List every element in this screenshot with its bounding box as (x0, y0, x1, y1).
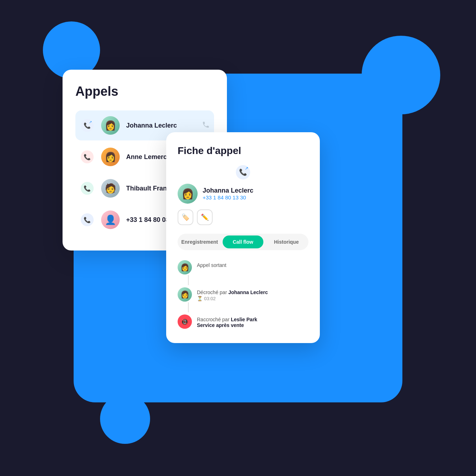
timeline-content-step2: Décroché par Johanna Leclerc ⏳ 03:02 (197, 287, 308, 301)
detail-contact-info: Johanna Leclerc +33 1 84 80 13 30 (203, 187, 253, 200)
outgoing-call-direction-icon: 📞 ↗ (236, 165, 250, 179)
detail-avatar-johanna: 👩 (178, 184, 198, 204)
tab-enregistrement[interactable]: Enregistrement (179, 235, 220, 248)
call-icon-outgoing-johanna: 📞 ↗ (80, 118, 95, 133)
timeline-label-step3-prefix: Raccroché par (197, 317, 231, 322)
detail-contact-row: 👩 Johanna Leclerc +33 1 84 80 13 30 (178, 184, 308, 204)
dot-topright (400, 79, 408, 86)
detail-direction-icon-row: 📞 ↗ (178, 165, 308, 179)
detail-contact-name: Johanna Leclerc (203, 187, 253, 194)
calls-title: Appels (75, 84, 214, 99)
avatar-thibault: 🧑 (101, 179, 120, 198)
detail-actions: 🏷️ ✏️ (178, 209, 308, 225)
tag-button[interactable]: 🏷️ (178, 209, 193, 225)
timeline-content-step1: Appel sortant (197, 260, 308, 268)
timeline-label-step3-bold: Leslie Park (231, 317, 257, 322)
detail-panel: Fiche d'appel 📞 ↗ 👩 Johanna Leclerc +33 … (166, 132, 320, 343)
svg-text:↗: ↗ (89, 120, 92, 124)
svg-text:📞: 📞 (84, 217, 91, 223)
detail-title: Fiche d'appel (178, 145, 308, 157)
tab-historique[interactable]: Historique (266, 235, 307, 248)
timeline-item-hangup: 📵 Raccroché par Leslie Park Service aprè… (178, 314, 308, 330)
timeline: 👩 Appel sortant 👩 Décr (178, 260, 308, 330)
timeline-connector-2 (188, 302, 189, 312)
edit-button[interactable]: ✏️ (197, 209, 213, 225)
tab-callflow[interactable]: Call flow (223, 235, 263, 248)
timeline-label-step2-bold: Johanna Leclerc (228, 289, 268, 295)
detail-contact-phone: +33 1 84 80 13 30 (203, 194, 253, 200)
call-phone-icon-johanna[interactable] (202, 121, 210, 130)
svg-text:📞: 📞 (84, 185, 91, 192)
timeline-duration-value: 03:02 (204, 296, 216, 301)
avatar-anne: 👩 (101, 148, 120, 166)
call-name-johanna: Johanna Leclerc (126, 122, 195, 129)
timeline-item-outgoing: 👩 Appel sortant (178, 260, 308, 287)
hourglass-icon: ⏳ (197, 296, 203, 301)
timeline-content-step3: Raccroché par Leslie Park Service après … (197, 314, 308, 328)
timeline-sublabel-step3: Service après vente (197, 322, 308, 328)
timeline-duration-step2: ⏳ 03:02 (197, 296, 308, 301)
svg-text:📞: 📞 (84, 154, 91, 160)
timeline-label-step2: Décroché par Johanna Leclerc (197, 289, 308, 295)
timeline-label-step3: Raccroché par Leslie Park (197, 317, 308, 322)
timeline-avatar-step3: 📵 (178, 314, 192, 329)
blob-topright (362, 36, 440, 114)
blob-bottomleft (100, 394, 150, 444)
timeline-label-step1: Appel sortant (197, 262, 308, 268)
avatar-unknown: 👤 (101, 210, 120, 229)
scene: Appels 📞 ↗ 👩 Johanna Leclerc (0, 0, 476, 476)
call-icon-incoming-thibault: 📞 (80, 181, 95, 196)
call-icon-outgoing-unknown: 📞 (80, 212, 95, 227)
timeline-item-answered: 👩 Décroché par Johanna Leclerc ⏳ 03:02 (178, 287, 308, 314)
avatar-johanna: 👩 (101, 116, 120, 135)
timeline-avatar-step2: 👩 (178, 287, 192, 302)
timeline-avatar-step1: 👩 (178, 260, 192, 274)
timeline-connector-1 (188, 275, 189, 285)
call-icon-missed-anne: 📞 (80, 149, 95, 164)
svg-text:↗: ↗ (245, 166, 248, 171)
hangup-icon: 📵 (181, 318, 188, 325)
timeline-label-step2-prefix: Décroché par (197, 289, 228, 295)
tabs-row: Enregistrement Call flow Historique (178, 234, 308, 250)
